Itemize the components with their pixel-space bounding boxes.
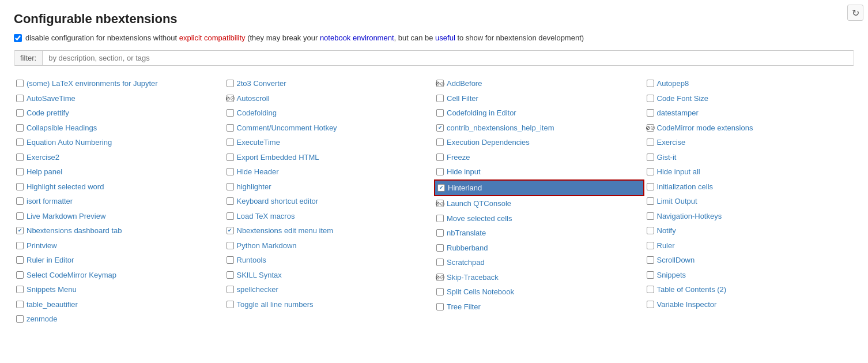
- ext-item-notify[interactable]: Notify: [644, 223, 855, 238]
- ext-item-toggle-all-line-numbers[interactable]: Toggle all line numbers: [224, 297, 435, 312]
- ext-link-ruler[interactable]: Ruler: [657, 240, 675, 252]
- ext-link-nbtranslate[interactable]: nbTranslate: [447, 227, 486, 239]
- ext-link-load-tex-macros[interactable]: Load TeX macros: [237, 211, 295, 222]
- checkbox-freeze[interactable]: [436, 154, 444, 161]
- ext-item-equation-auto-numbering[interactable]: Equation Auto Numbering: [14, 135, 224, 150]
- checkbox-navigation-hotkeys[interactable]: [647, 212, 654, 220]
- ext-item-codefolding-in-editor[interactable]: Codefolding in Editor: [434, 106, 644, 121]
- checkbox-codefolding[interactable]: [227, 109, 234, 117]
- ext-item-scratchpad[interactable]: Scratchpad: [434, 255, 644, 270]
- checkbox-skip-traceback[interactable]: ⊘: [436, 274, 444, 281]
- checkbox-addbefore[interactable]: ⊘: [436, 80, 444, 87]
- checkbox-snippets-menu[interactable]: [16, 286, 24, 293]
- checkbox-initialization-cells[interactable]: [647, 183, 654, 190]
- ext-link-autosavetime[interactable]: AutoSaveTime: [27, 93, 76, 104]
- ext-link-initialization-cells[interactable]: Initialization cells: [657, 181, 714, 193]
- ext-item-datestamper[interactable]: datestamper: [644, 106, 855, 121]
- ext-item-hide-input[interactable]: Hide input: [434, 164, 644, 179]
- ext-link-ruler-in-editor[interactable]: Ruler in Editor: [27, 255, 74, 266]
- checkbox-move-selected-cells[interactable]: [436, 215, 444, 222]
- ext-link-freeze[interactable]: Freeze: [447, 152, 470, 163]
- ext-item-addbefore[interactable]: ⊘AddBefore: [434, 76, 644, 91]
- ext-item-comment-uncomment-hotkey[interactable]: Comment/Uncomment Hotkey: [224, 121, 435, 136]
- checkbox-skill-syntax[interactable]: [227, 271, 234, 279]
- ext-item-initialization-cells[interactable]: Initialization cells: [644, 179, 855, 194]
- ext-link-hide-input-all[interactable]: Hide input all: [657, 166, 700, 178]
- ext-item-spellchecker[interactable]: spellchecker: [224, 282, 435, 297]
- ext-link-scratchpad[interactable]: Scratchpad: [447, 257, 485, 268]
- ext-link-table-of-contents[interactable]: Table of Contents (2): [657, 284, 727, 295]
- ext-link-2to3-converter[interactable]: 2to3 Converter: [237, 78, 286, 89]
- checkbox-spellchecker[interactable]: [227, 286, 234, 293]
- ext-item-keyboard-shortcut-editor[interactable]: Keyboard shortcut editor: [224, 194, 435, 209]
- ext-link-equation-auto-numbering[interactable]: Equation Auto Numbering: [27, 137, 112, 148]
- ext-link-autoscroll[interactable]: Autoscroll: [237, 93, 270, 104]
- ext-link-hide-header[interactable]: Hide Header: [237, 166, 279, 178]
- ext-item-variable-inspector[interactable]: Variable Inspector: [644, 297, 855, 312]
- ext-item-tree-filter[interactable]: Tree Filter: [434, 300, 644, 315]
- ext-item-select-codemirror-keymap[interactable]: Select CodeMirror Keymap: [14, 268, 224, 283]
- ext-link-addbefore[interactable]: AddBefore: [447, 78, 482, 89]
- ext-link-snippets[interactable]: Snippets: [657, 270, 686, 281]
- ext-item-codemirror-mode-extensions[interactable]: ⊘CodeMirror mode extensions: [644, 121, 855, 136]
- ext-link-toggle-all-line-numbers[interactable]: Toggle all line numbers: [237, 299, 314, 310]
- ext-item-scrolldown[interactable]: ScrollDown: [644, 253, 855, 268]
- ext-item-table-beautifier[interactable]: table_beautifier: [14, 297, 224, 312]
- checkbox-variable-inspector[interactable]: [647, 301, 654, 308]
- checkbox-notify[interactable]: [647, 227, 654, 234]
- ext-item-collapsible-headings[interactable]: Collapsible Headings: [14, 121, 224, 136]
- ext-link-split-cells-notebook[interactable]: Split Cells Notebook: [447, 286, 514, 298]
- checkbox-executetime[interactable]: [227, 139, 234, 146]
- checkbox-isort-formatter[interactable]: [16, 197, 24, 205]
- ext-link-notify[interactable]: Notify: [657, 225, 676, 237]
- checkbox-contrib-nbextensions-help-item[interactable]: [436, 124, 444, 132]
- ext-link-codemirror-mode-extensions[interactable]: CodeMirror mode extensions: [657, 122, 753, 134]
- checkbox-table-of-contents[interactable]: [647, 286, 654, 293]
- ext-link-export-embedded-html[interactable]: Export Embedded HTML: [237, 152, 319, 163]
- checkbox-equation-auto-numbering[interactable]: [16, 139, 24, 146]
- checkbox-exercise2[interactable]: [16, 154, 24, 161]
- ext-link-exercise[interactable]: Exercise: [657, 137, 686, 148]
- ext-item-autoscroll[interactable]: ⊘Autoscroll: [224, 91, 435, 106]
- ext-item-rubberband[interactable]: Rubberband: [434, 241, 644, 256]
- checkbox-comment-uncomment-hotkey[interactable]: [227, 124, 234, 132]
- checkbox-hide-header[interactable]: [227, 168, 234, 175]
- ext-link-highlighter[interactable]: highlighter: [237, 181, 271, 193]
- ext-link-move-selected-cells[interactable]: Move selected cells: [447, 213, 512, 224]
- checkbox-live-markdown-preview[interactable]: [16, 212, 24, 220]
- ext-link-tree-filter[interactable]: Tree Filter: [447, 301, 481, 313]
- checkbox-collapsible-headings[interactable]: [16, 124, 24, 132]
- ext-link-autopep8[interactable]: Autopep8: [657, 78, 689, 89]
- ext-item-codefolding[interactable]: Codefolding: [224, 106, 435, 121]
- ext-link-collapsible-headings[interactable]: Collapsible Headings: [27, 122, 97, 134]
- checkbox-runtools[interactable]: [227, 256, 234, 264]
- ext-link-hide-input[interactable]: Hide input: [447, 166, 481, 178]
- checkbox-autoscroll[interactable]: ⊘: [227, 95, 234, 102]
- ext-link-scrolldown[interactable]: ScrollDown: [657, 255, 695, 266]
- filter-input[interactable]: [43, 51, 854, 65]
- checkbox-keyboard-shortcut-editor[interactable]: [227, 197, 234, 205]
- ext-link-zenmode[interactable]: zenmode: [27, 313, 57, 325]
- ext-link-keyboard-shortcut-editor[interactable]: Keyboard shortcut editor: [237, 196, 319, 207]
- ext-link-hinterland[interactable]: Hinterland: [448, 182, 482, 194]
- ext-item-table-of-contents[interactable]: Table of Contents (2): [644, 282, 855, 297]
- checkbox-zenmode[interactable]: [16, 315, 24, 323]
- checkbox-tree-filter[interactable]: [436, 303, 444, 310]
- ext-item-help-panel[interactable]: Help panel: [14, 164, 224, 179]
- checkbox-help-panel[interactable]: [16, 168, 24, 175]
- checkbox-limit-output[interactable]: [647, 197, 654, 205]
- checkbox-datestamper[interactable]: [647, 109, 654, 117]
- checkbox-code-prettify[interactable]: [16, 109, 24, 117]
- ext-link-cell-filter[interactable]: Cell Filter: [447, 93, 478, 104]
- checkbox-table-beautifier[interactable]: [16, 301, 24, 308]
- checkbox-scratchpad[interactable]: [436, 259, 444, 266]
- checkbox-execution-dependencies[interactable]: [436, 139, 444, 146]
- ext-link-limit-output[interactable]: Limit Output: [657, 196, 697, 207]
- ext-item-some-latex[interactable]: (some) LaTeX environments for Jupyter: [14, 76, 224, 91]
- ext-link-highlight-selected-word[interactable]: Highlight selected word: [27, 181, 104, 193]
- checkbox-rubberband[interactable]: [436, 244, 444, 252]
- ext-item-snippets-menu[interactable]: Snippets Menu: [14, 282, 224, 297]
- ext-link-skill-syntax[interactable]: SKILL Syntax: [237, 270, 282, 281]
- checkbox-cell-filter[interactable]: [436, 95, 444, 102]
- ext-link-rubberband[interactable]: Rubberband: [447, 242, 488, 254]
